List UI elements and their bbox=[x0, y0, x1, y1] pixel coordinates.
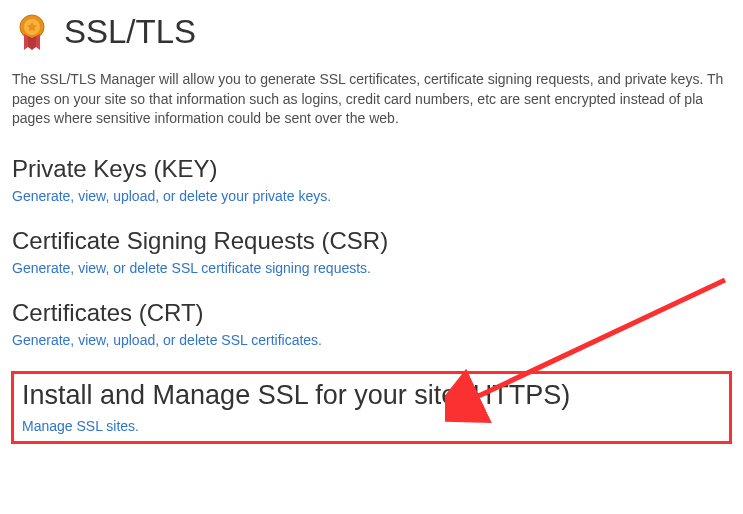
page-title: SSL/TLS bbox=[64, 13, 196, 51]
certificate-badge-icon bbox=[12, 12, 52, 52]
intro-text: The SSL/TLS Manager will allow you to ge… bbox=[12, 70, 731, 129]
section-heading-keys: Private Keys (KEY) bbox=[12, 155, 731, 183]
link-private-keys[interactable]: Generate, view, upload, or delete your p… bbox=[12, 188, 331, 204]
section-heading-install: Install and Manage SSL for your site (HT… bbox=[22, 380, 721, 411]
link-crt[interactable]: Generate, view, upload, or delete SSL ce… bbox=[12, 332, 322, 348]
section-csr: Certificate Signing Requests (CSR) Gener… bbox=[12, 227, 731, 277]
section-heading-csr: Certificate Signing Requests (CSR) bbox=[12, 227, 731, 255]
section-crt: Certificates (CRT) Generate, view, uploa… bbox=[12, 299, 731, 349]
section-heading-crt: Certificates (CRT) bbox=[12, 299, 731, 327]
page-header: SSL/TLS bbox=[12, 12, 731, 52]
section-install-ssl-highlighted: Install and Manage SSL for your site (HT… bbox=[11, 371, 732, 444]
section-private-keys: Private Keys (KEY) Generate, view, uploa… bbox=[12, 155, 731, 205]
link-csr[interactable]: Generate, view, or delete SSL certificat… bbox=[12, 260, 371, 276]
link-manage-ssl[interactable]: Manage SSL sites. bbox=[22, 418, 139, 434]
